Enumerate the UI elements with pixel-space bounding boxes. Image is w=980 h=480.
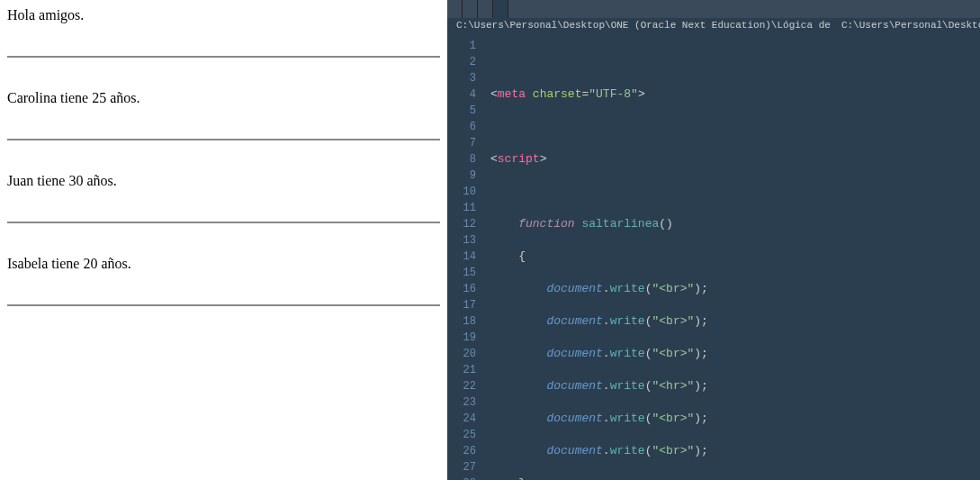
breadcrumb-path: C:\Users\Personal\Desktop\ONE (O <box>841 20 980 32</box>
output-line: Isabela tiene 20 años. <box>7 256 440 272</box>
spacer <box>7 189 440 205</box>
spacer <box>7 40 440 56</box>
output-line: Carolina tiene 25 años. <box>7 90 440 106</box>
divider <box>7 304 440 306</box>
breadcrumb: C:\Users\Personal\Desktop\ONE (Oracle Ne… <box>447 18 980 34</box>
spacer <box>7 240 440 256</box>
editor-tab-active[interactable] <box>493 0 508 18</box>
spacer <box>7 288 440 304</box>
editor-tab[interactable] <box>478 0 493 18</box>
code-editor: C:\Users\Personal\Desktop\ONE (Oracle Ne… <box>447 0 980 480</box>
editor-body: 1234567891011121314151617181920212223242… <box>447 34 980 480</box>
editor-tab[interactable] <box>463 0 478 18</box>
spacer <box>7 122 440 139</box>
line-gutter: 1234567891011121314151617181920212223242… <box>447 34 483 480</box>
code-text[interactable]: <meta charset="UTF-8"> <script> function… <box>483 34 980 480</box>
output-line: Juan tiene 30 años. <box>7 173 440 189</box>
spacer <box>7 272 440 288</box>
spacer <box>7 223 440 240</box>
spacer <box>7 205 440 222</box>
breadcrumb-path: C:\Users\Personal\Desktop\ONE (Oracle Ne… <box>456 20 831 32</box>
editor-tabs <box>447 0 980 18</box>
browser-output: Hola amigos. Carolina tiene 25 años. Jua… <box>0 0 447 480</box>
spacer <box>7 157 440 173</box>
editor-tab[interactable] <box>447 0 463 18</box>
spacer <box>7 140 440 157</box>
output-line: Hola amigos. <box>7 7 440 23</box>
spacer <box>7 106 440 122</box>
spacer <box>7 58 440 74</box>
spacer <box>7 74 440 90</box>
spacer <box>7 23 440 40</box>
